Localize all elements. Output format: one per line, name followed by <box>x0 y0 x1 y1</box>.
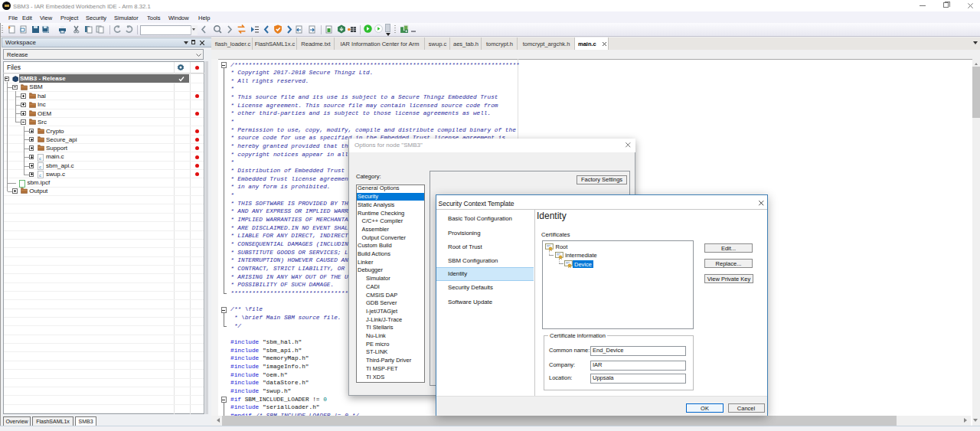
svg-text:c: c <box>39 155 41 160</box>
svg-text:c: c <box>39 173 41 178</box>
svg-text:c: c <box>39 165 41 169</box>
